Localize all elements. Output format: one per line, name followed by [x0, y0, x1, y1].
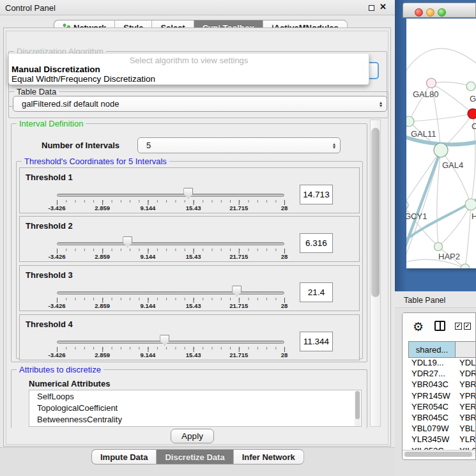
float-window-icon[interactable] [369, 5, 374, 11]
tab-impute-data[interactable]: Impute Data [91, 449, 157, 464]
attributes-scrollbar[interactable] [355, 391, 360, 427]
table-data-combobox[interactable]: galFiltered.sif default node ▴▾ [13, 96, 387, 112]
threshold-1-slider-track[interactable] [57, 194, 284, 197]
table-panel-title: Table Panel [404, 296, 445, 305]
threshold-2-slider-track[interactable] [57, 242, 284, 245]
table-row[interactable]: YBR045CYBR0 [408, 413, 476, 424]
column-header-shared-name[interactable]: shared... [408, 341, 456, 358]
table-row[interactable]: YLR345WYLR3 [408, 434, 476, 445]
split-columns-icon[interactable] [434, 321, 445, 331]
numerical-attributes-label: Numerical Attributes [29, 379, 110, 388]
numerical-attributes-list[interactable]: SelfLoops TopologicalCoefficient Between… [29, 390, 362, 427]
combobox-stepper-icon: ▴▾ [328, 142, 340, 149]
node-label: H [472, 211, 476, 221]
algorithm-option-manual[interactable]: Manual Discretization [12, 65, 100, 74]
threshold-1-box: Threshold 1 -3.4262.8599.14415.4321.7152… [19, 167, 360, 213]
bottom-tabbar: Impute Data Discretize Data Infer Networ… [91, 449, 304, 464]
table-toolbar: ⚙ ✓ ✓ [403, 313, 475, 340]
combobox-stepper-icon: ▴▾ [375, 101, 387, 107]
threshold-4-slider-track[interactable] [57, 341, 284, 344]
checkbox-icon[interactable]: ✓ [464, 323, 471, 330]
network-window-titlebar[interactable] [403, 3, 476, 18]
table-row[interactable]: YBL079WYBL0 [408, 424, 476, 434]
list-item[interactable]: TopologicalCoefficient [29, 402, 361, 413]
table-panel-titlebar: Table Panel [395, 293, 476, 308]
algorithm-prompt-item[interactable]: Select algorithm to view settings [9, 56, 369, 65]
table-panel-card: ⚙ ✓ ✓ shared... na YDL19...YDL1 YDR27...… [402, 312, 476, 460]
checkbox-icon[interactable]: ✓ [455, 323, 462, 330]
gear-icon[interactable]: ⚙ [413, 319, 424, 334]
threshold-1-value-field[interactable]: 14.713 [300, 185, 333, 204]
number-of-intervals-label: Number of Intervals [42, 141, 119, 150]
window-zoom-icon[interactable] [438, 8, 446, 17]
node-label: GCY1 [406, 211, 427, 221]
table-horizontal-scrollbar[interactable] [403, 450, 475, 457]
node-label: GAL80 [413, 89, 438, 99]
node-label: C [472, 121, 476, 131]
table-row[interactable]: YBR043CYBR0 [408, 380, 476, 390]
node-label: GAL4 [442, 160, 463, 170]
slider-tick-labels: -3.4262.8599.14415.4321.71528 [57, 351, 284, 360]
table-data-group-title: Table Data [14, 87, 59, 96]
threshold-3-slider-track[interactable] [57, 291, 284, 295]
attributes-group-title: Attributes to discretize [17, 365, 104, 374]
node-label: HAP2 [438, 252, 460, 261]
algorithm-option-equal-width[interactable]: Equal Width/Frequency Discretization [12, 74, 155, 84]
slider-tick-labels: -3.4262.8599.14415.4321.71528 [57, 204, 284, 213]
window-minimize-icon[interactable] [426, 8, 434, 17]
slider-tick-labels: -3.4262.8599.14415.4321.71528 [57, 253, 284, 262]
tab-infer-network[interactable]: Infer Network [234, 449, 304, 464]
threshold-3-box: Threshold 3 -3.4262.8599.14415.4321.7152… [19, 265, 360, 311]
control-panel-title: Control Panel [5, 3, 56, 13]
network-edges [406, 19, 476, 268]
table-row[interactable]: YDR27...YDR2 [408, 369, 476, 380]
node-label: G [470, 94, 476, 104]
number-of-intervals-value: 5 [138, 141, 328, 150]
node-table: shared... na YDL19...YDL1 YDR27...YDR2 Y… [408, 341, 476, 457]
interval-definition-title: Interval Definition [17, 119, 86, 128]
panel-scrollbar[interactable] [370, 119, 381, 427]
node-label: GAL11 [411, 129, 436, 139]
algorithm-dropdown-popup: Select algorithm to view settings Manual… [8, 54, 369, 85]
threshold-3-value-field[interactable]: 21.4 [300, 282, 333, 302]
table-header-row: shared... na [408, 341, 476, 358]
thresholds-group-title: Threshold's Coordinates for 5 Intervals [22, 157, 169, 166]
slider-tick-labels: -3.4262.8599.14415.4321.71528 [57, 302, 284, 311]
close-icon[interactable]: ✕ [380, 2, 387, 12]
column-header-name[interactable]: na [456, 341, 476, 358]
number-of-intervals-combobox[interactable]: 5 ▴▾ [137, 137, 341, 153]
threshold-4-box: Threshold 4 -3.4262.8599.14415.4321.7152… [19, 314, 360, 360]
list-item[interactable]: SelfLoops [29, 390, 361, 402]
panel-scrollbar-thumb[interactable] [371, 128, 380, 297]
table-data-selected-value: galFiltered.sif default node [13, 99, 375, 109]
list-item[interactable]: BetweennessCentrality [29, 413, 361, 425]
tab-discretize-data[interactable]: Discretize Data [157, 449, 233, 464]
table-row[interactable]: YPR145WYPR1 [408, 391, 476, 402]
network-canvas[interactable]: GAL80 G C GAL11 GAL4 GCY1 H HAP2 [406, 19, 476, 268]
threshold-4-value-field[interactable]: 11.344 [300, 332, 333, 351]
table-row[interactable]: YER054CYER0 [408, 402, 476, 413]
control-panel-titlebar [0, 0, 395, 15]
threshold-2-value-field[interactable]: 6.316 [300, 233, 333, 253]
threshold-2-box: Threshold 2 -3.4262.8599.14415.4321.7152… [19, 216, 360, 262]
window-close-icon[interactable] [415, 8, 423, 17]
apply-button[interactable]: Apply [171, 429, 214, 443]
table-row[interactable]: YDL19...YDL1 [408, 358, 476, 369]
